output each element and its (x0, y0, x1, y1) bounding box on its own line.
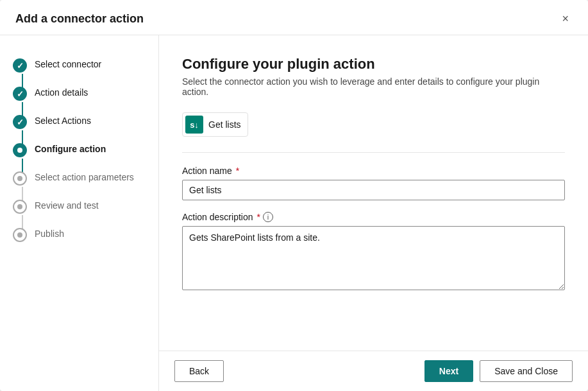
main-content: Configure your plugin action Select the … (159, 35, 588, 391)
step-circle-review-and-test (13, 200, 27, 214)
sidebar-item-label-select-action-parameters: Select action parameters (35, 170, 134, 184)
sidebar-item-label-select-actions: Select Actions (35, 114, 91, 128)
step-circle-publish (13, 228, 27, 242)
close-button[interactable]: × (558, 12, 573, 26)
action-description-field-group: Action description * i Gets SharePoint l… (182, 212, 565, 293)
action-description-label: Action description * i (182, 212, 565, 222)
step-circle-select-action-parameters (13, 171, 27, 186)
sidebar-item-review-and-test[interactable]: Review and test (0, 195, 158, 223)
modal-header: Add a connector action × (0, 0, 588, 35)
action-name-field-group: Action name * (182, 166, 565, 200)
step-circle-action-details: ✓ (13, 87, 27, 101)
sidebar-item-label-action-details: Action details (35, 85, 88, 100)
save-close-button[interactable]: Save and Close (480, 360, 573, 382)
sidebar-item-action-details[interactable]: ✓ Action details (0, 82, 158, 110)
step-circle-select-actions: ✓ (13, 115, 27, 129)
modal-body: ✓ Select connector ✓ Action details ✓ Se… (0, 35, 588, 391)
action-icon: s↓ (185, 116, 203, 134)
sidebar-item-select-actions[interactable]: ✓ Select Actions (0, 110, 158, 138)
next-button[interactable]: Next (424, 360, 473, 382)
action-name-label: Action name * (182, 166, 565, 176)
action-icon-text: s↓ (190, 120, 199, 130)
footer-right: Next Save and Close (424, 360, 573, 382)
content-subtitle: Select the connector action you wish to … (182, 76, 565, 97)
sidebar-item-select-action-parameters[interactable]: Select action parameters (0, 166, 158, 195)
sidebar: ✓ Select connector ✓ Action details ✓ Se… (0, 35, 159, 391)
sidebar-item-select-connector[interactable]: ✓ Select connector (0, 53, 158, 82)
sidebar-item-publish[interactable]: Publish (0, 223, 158, 251)
modal-title: Add a connector action (15, 12, 144, 26)
divider (182, 152, 565, 153)
content-title: Configure your plugin action (182, 56, 565, 73)
action-chip: s↓ Get lists (182, 112, 248, 137)
sidebar-item-configure-action[interactable]: Configure action (0, 138, 158, 166)
sidebar-item-label-configure-action: Configure action (35, 142, 106, 156)
sidebar-item-label-review-and-test: Review and test (35, 198, 99, 213)
footer-left: Back (174, 360, 224, 382)
add-connector-action-modal: Add a connector action × ✓ Select connec… (0, 0, 588, 391)
action-name-required: * (236, 166, 239, 176)
step-circle-configure-action (13, 143, 27, 157)
action-description-input[interactable]: Gets SharePoint lists from a site. (182, 226, 565, 290)
action-name-input[interactable] (182, 180, 565, 200)
modal-footer: Back Next Save and Close (159, 351, 588, 391)
back-button[interactable]: Back (174, 360, 224, 382)
step-circle-select-connector: ✓ (13, 58, 27, 73)
content-area: Configure your plugin action Select the … (159, 35, 588, 351)
sidebar-item-label-publish: Publish (35, 227, 64, 241)
info-icon[interactable]: i (263, 212, 273, 222)
action-description-required: * (257, 212, 260, 222)
action-chip-label: Get lists (208, 119, 241, 130)
sidebar-item-label-select-connector: Select connector (35, 57, 101, 71)
